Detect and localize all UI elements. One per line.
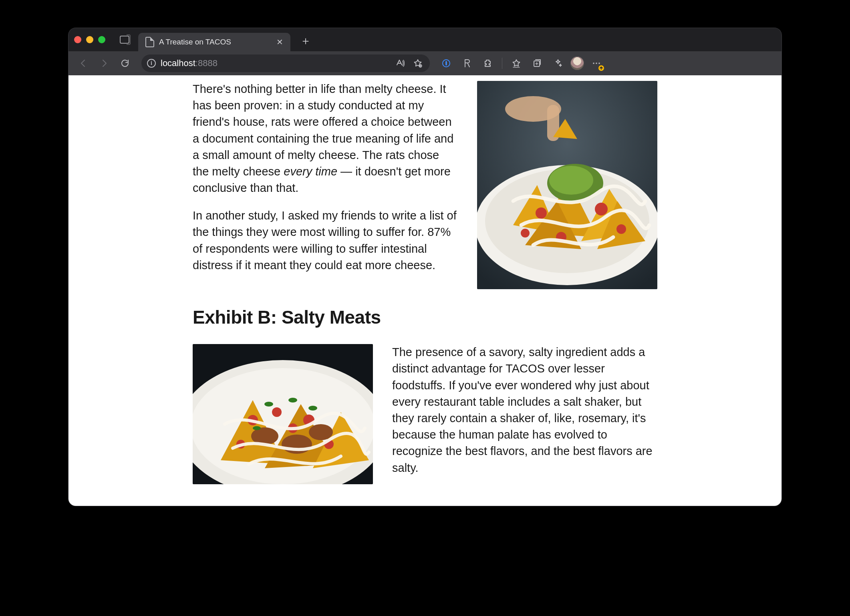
svg-point-5 [596,62,597,64]
nachos-photo-1 [477,81,657,289]
toolbar: i localhost:8888 [68,51,782,75]
extension-readwise-icon[interactable] [459,55,475,72]
address-host: localhost [161,58,195,68]
svg-point-33 [309,424,333,440]
paragraph: There's nothing better in life than melt… [193,81,458,196]
extensions-button[interactable] [479,55,496,72]
section-salty-text: The presence of a savory, salty ingredie… [392,344,657,487]
svg-rect-2 [445,61,447,66]
toolbar-divider [502,58,502,69]
window-zoom-button[interactable] [98,36,105,43]
update-badge-icon [598,65,604,71]
favorites-button[interactable] [508,55,525,72]
collections-button[interactable] [529,55,546,72]
svg-point-6 [598,62,600,64]
tab-title: A Treatise on TACOS [159,38,272,46]
address-port: :8888 [195,58,218,68]
heading-exhibit-b: Exhibit B: Salty Meats [193,304,657,330]
svg-point-16 [549,166,593,195]
paragraph: In another study, I asked my friends to … [193,207,458,274]
read-aloud-icon[interactable] [394,57,407,70]
svg-point-4 [593,62,594,64]
tab-strip: A Treatise on TACOS ✕ ＋ [68,28,782,51]
window-minimize-button[interactable] [86,36,93,43]
tab-close-button[interactable]: ✕ [276,37,283,47]
reload-button[interactable] [117,55,133,72]
paragraph: The presence of a savory, salty ingredie… [392,344,657,476]
svg-point-43 [253,426,261,430]
svg-point-21 [521,229,530,238]
svg-point-19 [616,224,626,234]
browser-window: A Treatise on TACOS ✕ ＋ i localhost:8888 [68,28,782,506]
section-melty-text: There's nothing better in life than melt… [193,81,458,285]
svg-point-17 [536,207,547,219]
new-tab-button[interactable]: ＋ [295,33,316,48]
profile-avatar[interactable] [570,56,584,70]
article: There's nothing better in life than melt… [193,75,657,487]
page-viewport[interactable]: There's nothing better in life than melt… [68,75,782,506]
svg-point-40 [264,402,273,407]
svg-point-42 [308,406,317,411]
section-melty-cheese: There's nothing better in life than melt… [193,81,657,289]
nachos-photo-2 [193,344,373,484]
section-salty-meats: The presence of a savory, salty ingredie… [193,344,657,487]
svg-point-18 [595,203,608,215]
tab-overview-button[interactable] [120,36,129,44]
svg-point-41 [288,398,297,403]
tab-active[interactable]: A Treatise on TACOS ✕ [138,33,290,51]
app-menu-button[interactable] [588,55,605,72]
nav-back-button[interactable] [75,55,92,72]
window-close-button[interactable] [74,36,81,43]
site-info-icon[interactable]: i [147,59,156,68]
nav-forward-button[interactable] [96,55,113,72]
extension-1password-icon[interactable] [438,55,455,72]
page-icon [145,37,154,47]
favorite-star-icon[interactable] [411,57,424,70]
text-run: There's nothing better in life than melt… [193,83,453,178]
address-bar[interactable]: i localhost:8888 [141,54,430,72]
svg-point-35 [272,407,282,417]
window-controls [74,36,105,43]
copilot-icon[interactable] [550,55,566,72]
emphasis: every time [284,165,337,178]
